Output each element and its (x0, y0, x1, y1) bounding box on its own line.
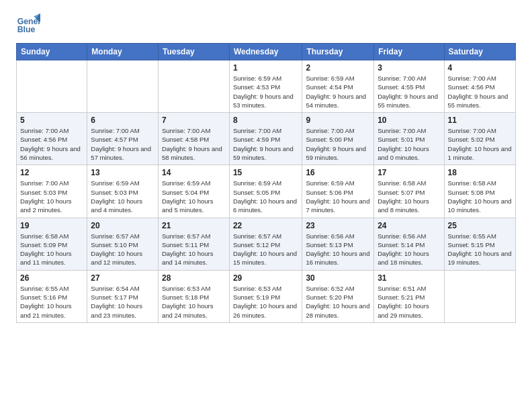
logo: General Blue (16, 12, 43, 36)
day-cell: 17Sunrise: 6:58 AM Sunset: 5:07 PM Dayli… (374, 165, 444, 218)
day-cell (87, 60, 159, 113)
day-info: Sunrise: 6:55 AM Sunset: 5:15 PM Dayligh… (448, 232, 512, 267)
day-cell: 8Sunrise: 7:00 AM Sunset: 4:59 PM Daylig… (229, 113, 302, 165)
weekday-header-monday: Monday (87, 44, 159, 60)
day-info: Sunrise: 7:00 AM Sunset: 4:57 PM Dayligh… (91, 126, 154, 162)
day-info: Sunrise: 6:57 AM Sunset: 5:11 PM Dayligh… (162, 232, 226, 267)
day-cell: 13Sunrise: 6:59 AM Sunset: 5:03 PM Dayli… (87, 165, 159, 218)
day-cell: 6Sunrise: 7:00 AM Sunset: 4:57 PM Daylig… (87, 113, 159, 165)
day-cell: 27Sunrise: 6:54 AM Sunset: 5:17 PM Dayli… (87, 270, 159, 322)
day-info: Sunrise: 7:00 AM Sunset: 4:56 PM Dayligh… (448, 74, 512, 109)
calendar-table: SundayMondayTuesdayWednesdayThursdayFrid… (16, 43, 516, 323)
day-cell: 14Sunrise: 6:59 AM Sunset: 5:04 PM Dayli… (158, 165, 229, 218)
week-row-1: 1Sunrise: 6:59 AM Sunset: 4:53 PM Daylig… (17, 60, 516, 113)
day-info: Sunrise: 7:00 AM Sunset: 4:58 PM Dayligh… (162, 126, 226, 162)
day-info: Sunrise: 6:56 AM Sunset: 5:13 PM Dayligh… (306, 232, 370, 267)
logo-icon: General Blue (16, 12, 40, 36)
day-cell: 21Sunrise: 6:57 AM Sunset: 5:11 PM Dayli… (158, 218, 229, 270)
day-cell: 23Sunrise: 6:56 AM Sunset: 5:13 PM Dayli… (302, 218, 374, 270)
weekday-header-thursday: Thursday (302, 44, 374, 60)
day-info: Sunrise: 6:58 AM Sunset: 5:08 PM Dayligh… (448, 179, 512, 214)
day-cell: 30Sunrise: 6:52 AM Sunset: 5:20 PM Dayli… (302, 270, 374, 322)
day-number: 16 (306, 168, 370, 177)
day-cell: 16Sunrise: 6:59 AM Sunset: 5:06 PM Dayli… (302, 165, 374, 218)
day-info: Sunrise: 6:59 AM Sunset: 4:53 PM Dayligh… (233, 74, 298, 109)
calendar-body: 1Sunrise: 6:59 AM Sunset: 4:53 PM Daylig… (17, 60, 516, 323)
day-number: 14 (162, 168, 226, 177)
day-number: 26 (20, 273, 83, 283)
day-info: Sunrise: 6:59 AM Sunset: 5:04 PM Dayligh… (162, 179, 226, 214)
weekday-header-wednesday: Wednesday (229, 44, 302, 60)
day-info: Sunrise: 6:51 AM Sunset: 5:21 PM Dayligh… (378, 284, 440, 320)
day-info: Sunrise: 6:59 AM Sunset: 5:03 PM Dayligh… (91, 179, 154, 214)
day-number: 31 (378, 273, 440, 283)
day-cell (444, 270, 515, 322)
header: General Blue (16, 12, 516, 36)
day-cell: 31Sunrise: 6:51 AM Sunset: 5:21 PM Dayli… (374, 270, 444, 322)
weekday-header-sunday: Sunday (17, 44, 87, 60)
day-info: Sunrise: 7:00 AM Sunset: 4:55 PM Dayligh… (378, 74, 440, 109)
day-cell: 2Sunrise: 6:59 AM Sunset: 4:54 PM Daylig… (302, 60, 374, 113)
day-number: 20 (91, 221, 154, 230)
day-number: 11 (448, 116, 512, 125)
day-info: Sunrise: 6:53 AM Sunset: 5:18 PM Dayligh… (162, 284, 226, 320)
day-number: 12 (20, 168, 83, 177)
day-cell: 12Sunrise: 7:00 AM Sunset: 5:03 PM Dayli… (17, 165, 87, 218)
day-cell: 7Sunrise: 7:00 AM Sunset: 4:58 PM Daylig… (158, 113, 229, 165)
weekday-header-saturday: Saturday (444, 44, 515, 60)
day-cell: 1Sunrise: 6:59 AM Sunset: 4:53 PM Daylig… (229, 60, 302, 113)
svg-text:Blue: Blue (17, 25, 36, 34)
page: General Blue SundayMondayTuesdayWednesda… (0, 0, 532, 411)
day-cell: 22Sunrise: 6:57 AM Sunset: 5:12 PM Dayli… (229, 218, 302, 270)
day-number: 10 (378, 116, 440, 125)
day-cell: 11Sunrise: 7:00 AM Sunset: 5:02 PM Dayli… (444, 113, 515, 165)
day-number: 28 (162, 273, 226, 283)
weekday-header-friday: Friday (374, 44, 444, 60)
day-cell: 9Sunrise: 7:00 AM Sunset: 5:00 PM Daylig… (302, 113, 374, 165)
day-number: 8 (233, 116, 298, 125)
weekday-header-tuesday: Tuesday (158, 44, 229, 60)
day-cell: 20Sunrise: 6:57 AM Sunset: 5:10 PM Dayli… (87, 218, 159, 270)
day-info: Sunrise: 6:59 AM Sunset: 5:05 PM Dayligh… (233, 179, 298, 214)
day-number: 5 (20, 116, 83, 125)
weekday-header-row: SundayMondayTuesdayWednesdayThursdayFrid… (17, 44, 516, 60)
day-info: Sunrise: 6:57 AM Sunset: 5:10 PM Dayligh… (91, 232, 154, 267)
day-info: Sunrise: 6:57 AM Sunset: 5:12 PM Dayligh… (233, 232, 298, 267)
day-cell: 15Sunrise: 6:59 AM Sunset: 5:05 PM Dayli… (229, 165, 302, 218)
day-cell: 26Sunrise: 6:55 AM Sunset: 5:16 PM Dayli… (17, 270, 87, 322)
day-info: Sunrise: 6:55 AM Sunset: 5:16 PM Dayligh… (20, 284, 83, 320)
day-number: 18 (448, 168, 512, 177)
day-cell: 24Sunrise: 6:56 AM Sunset: 5:14 PM Dayli… (374, 218, 444, 270)
day-cell: 5Sunrise: 7:00 AM Sunset: 4:56 PM Daylig… (17, 113, 87, 165)
day-info: Sunrise: 7:00 AM Sunset: 5:01 PM Dayligh… (378, 126, 440, 162)
day-number: 17 (378, 168, 440, 177)
day-number: 15 (233, 168, 298, 177)
day-info: Sunrise: 7:00 AM Sunset: 5:00 PM Dayligh… (306, 126, 370, 162)
day-number: 24 (378, 221, 440, 230)
day-number: 1 (233, 63, 298, 73)
day-info: Sunrise: 6:52 AM Sunset: 5:20 PM Dayligh… (306, 284, 370, 320)
day-number: 29 (233, 273, 298, 283)
day-info: Sunrise: 6:53 AM Sunset: 5:19 PM Dayligh… (233, 284, 298, 320)
day-number: 23 (306, 221, 370, 230)
day-cell (158, 60, 229, 113)
day-number: 22 (233, 221, 298, 230)
day-info: Sunrise: 6:59 AM Sunset: 5:06 PM Dayligh… (306, 179, 370, 214)
week-row-4: 19Sunrise: 6:58 AM Sunset: 5:09 PM Dayli… (17, 218, 516, 270)
day-number: 30 (306, 273, 370, 283)
day-cell: 29Sunrise: 6:53 AM Sunset: 5:19 PM Dayli… (229, 270, 302, 322)
day-cell: 10Sunrise: 7:00 AM Sunset: 5:01 PM Dayli… (374, 113, 444, 165)
day-info: Sunrise: 6:59 AM Sunset: 4:54 PM Dayligh… (306, 74, 370, 109)
day-info: Sunrise: 7:00 AM Sunset: 4:59 PM Dayligh… (233, 126, 298, 162)
day-number: 3 (378, 63, 440, 73)
day-info: Sunrise: 6:58 AM Sunset: 5:07 PM Dayligh… (378, 179, 440, 214)
day-info: Sunrise: 6:56 AM Sunset: 5:14 PM Dayligh… (378, 232, 440, 267)
day-number: 27 (91, 273, 154, 283)
day-number: 19 (20, 221, 83, 230)
day-info: Sunrise: 7:00 AM Sunset: 4:56 PM Dayligh… (20, 126, 83, 162)
day-number: 4 (448, 63, 512, 73)
day-cell: 18Sunrise: 6:58 AM Sunset: 5:08 PM Dayli… (444, 165, 515, 218)
day-number: 7 (162, 116, 226, 125)
day-cell (17, 60, 87, 113)
day-info: Sunrise: 6:54 AM Sunset: 5:17 PM Dayligh… (91, 284, 154, 320)
